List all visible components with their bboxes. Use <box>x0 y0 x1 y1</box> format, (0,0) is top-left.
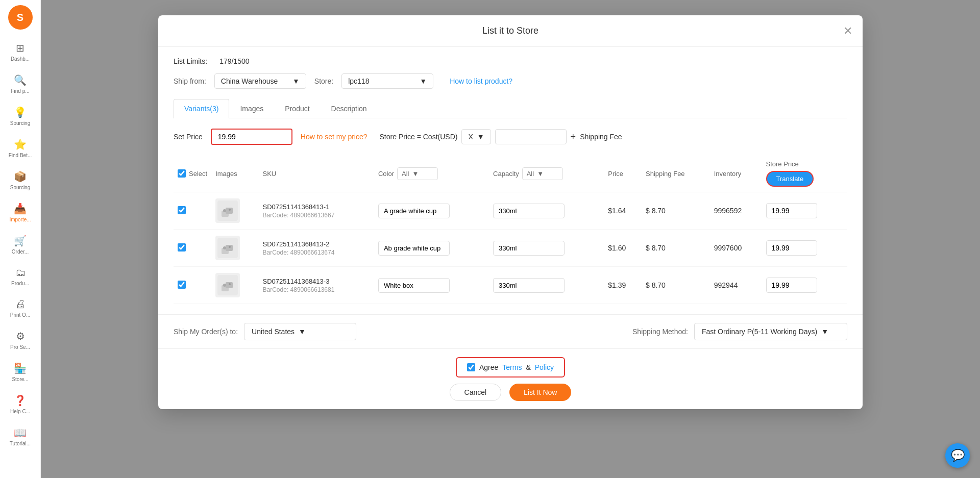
svg-point-8 <box>223 246 226 249</box>
translate-button[interactable]: Translate <box>766 171 814 187</box>
multiplier-value: X <box>468 133 473 141</box>
sidebar-label-imported: Importe... <box>9 217 31 222</box>
main-background: List it to Store ✕ List Limits: 179/1500… <box>41 0 980 478</box>
help-icon: ❓ <box>14 394 27 407</box>
sidebar-label-find: Find p... <box>11 88 29 94</box>
barcode-1: BarCode: 4890066613674 <box>263 249 370 256</box>
list-now-button[interactable]: List It Now <box>509 384 571 401</box>
how-to-set-price-link[interactable]: How to set my price? <box>301 133 368 141</box>
tab-variants[interactable]: Variants(3) <box>174 99 229 118</box>
set-price-row: Set Price How to set my price? Store Pri… <box>174 129 847 145</box>
capacity-filter-value: All <box>527 170 534 178</box>
product-image-0 <box>215 198 240 223</box>
row-checkbox-2[interactable] <box>178 281 186 289</box>
tab-description[interactable]: Description <box>321 99 378 118</box>
th-inventory: Inventory <box>710 155 762 192</box>
sidebar-label-dashboard: Dashb... <box>11 56 30 62</box>
svg-point-13 <box>223 284 226 287</box>
agree-checkbox[interactable] <box>467 363 475 371</box>
chat-icon: 💬 <box>951 449 965 462</box>
store-price-input-0[interactable] <box>766 203 817 218</box>
ship-to-arrow-icon: ▼ <box>299 328 306 336</box>
formula-value-input[interactable] <box>495 129 567 144</box>
ship-from-select[interactable]: China Warehouse ▼ <box>214 73 306 89</box>
sidebar-item-dashboard[interactable]: ⊞ Dashb... <box>0 38 40 66</box>
store-price-input-1[interactable] <box>766 240 817 256</box>
sidebar-item-print[interactable]: 🖨 Print O... <box>0 294 40 322</box>
tab-images[interactable]: Images <box>229 99 274 118</box>
sidebar-label-products: Produ... <box>11 281 29 286</box>
sidebar-item-help[interactable]: ❓ Help C... <box>0 390 40 418</box>
row-checkbox-1[interactable] <box>178 243 186 251</box>
sidebar-item-pro-se[interactable]: ⚙ Pro Se... <box>0 326 40 354</box>
sidebar-item-sourcing[interactable]: 💡 Sourcing <box>0 102 40 130</box>
formula-multiplier-select[interactable]: X ▼ <box>461 129 491 144</box>
inventory-0: 9996592 <box>710 192 762 230</box>
capacity-input-2[interactable] <box>493 278 565 293</box>
sidebar-label-stores: Store... <box>12 376 28 382</box>
tab-product[interactable]: Product <box>274 99 320 118</box>
svg-rect-7 <box>226 245 233 251</box>
barcode-2: BarCode: 4890066613681 <box>263 286 370 293</box>
sidebar-label-pro-se: Pro Se... <box>10 344 30 350</box>
color-input-0[interactable] <box>378 204 450 218</box>
th-sku: SKU <box>259 155 374 192</box>
sidebar-item-sourcing2[interactable]: 📦 Sourcing <box>0 166 40 194</box>
chat-widget[interactable]: 💬 <box>945 443 970 468</box>
capacity-input-0[interactable] <box>493 204 565 218</box>
pro-se-icon: ⚙ <box>16 330 25 342</box>
th-shipping-fee: Shipping Fee <box>642 155 710 192</box>
variants-table: Select Images SKU Color All <box>174 155 847 304</box>
svg-point-14 <box>229 283 231 285</box>
sidebar-item-find-better[interactable]: ⭐ Find Bet... <box>0 134 40 162</box>
sidebar-item-orders[interactable]: 🛒 Order... <box>0 231 40 259</box>
action-buttons: Cancel List It Now <box>450 384 572 401</box>
agree-row: Agree Terms & Policy <box>456 357 565 378</box>
agree-label: Agree <box>479 363 498 371</box>
th-capacity: Capacity All ▼ <box>489 155 604 192</box>
sidebar-item-tutorial[interactable]: 📖 Tutorial... <box>0 422 40 450</box>
price-2: $1.39 <box>604 267 642 304</box>
sidebar-label-orders: Order... <box>12 249 29 255</box>
barcode-0: BarCode: 4890066613667 <box>263 212 370 219</box>
tabs-container: Variants(3) Images Product Description <box>174 99 847 118</box>
sku-code-0: SD07251141368413-1 <box>263 203 370 211</box>
product-image-2 <box>215 273 240 297</box>
color-filter-arrow-icon: ▼ <box>412 170 419 178</box>
capacity-filter-select[interactable]: All ▼ <box>522 167 563 180</box>
color-input-2[interactable] <box>378 278 450 293</box>
sidebar-item-stores[interactable]: 🏪 Store... <box>0 358 40 386</box>
capacity-input-1[interactable] <box>493 241 565 256</box>
capacity-label: Capacity <box>493 170 519 178</box>
shipping-method-select[interactable]: Fast Ordinary P(5-11 Working Days) ▼ <box>694 323 847 340</box>
set-price-input[interactable] <box>211 129 292 145</box>
store-select[interactable]: lpc118 ▼ <box>341 73 433 89</box>
ship-to-select[interactable]: United States ▼ <box>244 323 356 340</box>
cancel-button[interactable]: Cancel <box>450 384 502 401</box>
modal-header: List it to Store ✕ <box>158 15 863 47</box>
row-checkbox-0[interactable] <box>178 206 186 214</box>
imported-icon: 📥 <box>14 203 27 215</box>
select-all-checkbox[interactable] <box>178 169 186 178</box>
ship-to-value: United States <box>252 328 295 336</box>
svg-point-3 <box>223 209 226 212</box>
sidebar-item-find[interactable]: 🔍 Find p... <box>0 70 40 98</box>
ship-from-label: Ship from: <box>174 77 206 85</box>
modal-title: List it to Store <box>482 26 538 36</box>
th-store-price: Store Price Translate <box>762 155 848 192</box>
price-1: $1.60 <box>604 230 642 267</box>
policy-link[interactable]: Policy <box>535 363 554 371</box>
sidebar-item-imported[interactable]: 📥 Importe... <box>0 198 40 227</box>
inventory-1: 9997600 <box>710 230 762 267</box>
store-price-input-2[interactable] <box>766 278 817 293</box>
how-to-list-link[interactable]: How to list product? <box>450 77 512 85</box>
modal-close-button[interactable]: ✕ <box>843 24 852 38</box>
price-0: $1.64 <box>604 192 642 230</box>
sidebar-item-products[interactable]: 🗂 Produ... <box>0 263 40 290</box>
app-logo: S <box>8 5 33 30</box>
color-input-1[interactable] <box>378 241 450 256</box>
table-row: SD07251141368413-2 BarCode: 489006661367… <box>174 230 847 267</box>
list-limits-value: 179/1500 <box>219 57 249 65</box>
color-filter-select[interactable]: All ▼ <box>397 167 438 180</box>
terms-link[interactable]: Terms <box>502 363 522 371</box>
